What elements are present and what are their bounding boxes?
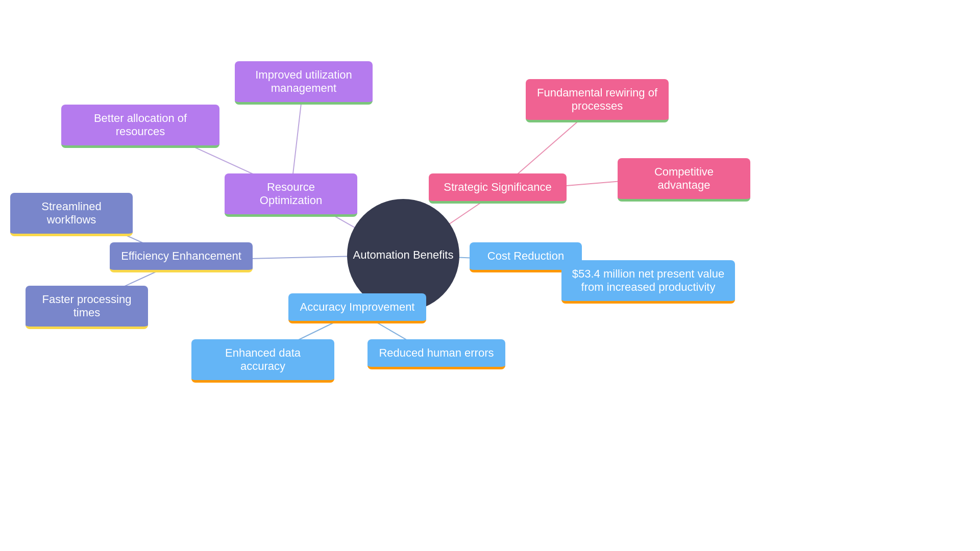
efficiency-enhancement-node[interactable]: Efficiency Enhancement: [110, 242, 253, 272]
enhanced-data-accuracy-node[interactable]: Enhanced data accuracy: [191, 339, 334, 383]
streamlined-workflows-node[interactable]: Streamlined workflows: [10, 193, 133, 236]
reduced-human-errors-node[interactable]: Reduced human errors: [368, 339, 505, 369]
accuracy-improvement-node[interactable]: Accuracy Improvement: [288, 293, 426, 323]
resource-optimization-node[interactable]: Resource Optimization: [225, 173, 357, 217]
strategic-significance-node[interactable]: Strategic Significance: [429, 173, 567, 204]
net-present-value-node[interactable]: $53.4 million net present value from inc…: [561, 260, 735, 304]
competitive-advantage-node[interactable]: Competitive advantage: [618, 158, 750, 202]
faster-processing-node[interactable]: Faster processing times: [26, 286, 148, 329]
center-label: Automation Benefits: [353, 248, 454, 262]
improved-utilization-node[interactable]: Improved utilization management: [235, 61, 373, 105]
fundamental-rewiring-node[interactable]: Fundamental rewiring of processes: [526, 79, 669, 122]
better-allocation-node[interactable]: Better allocation of resources: [61, 105, 219, 148]
